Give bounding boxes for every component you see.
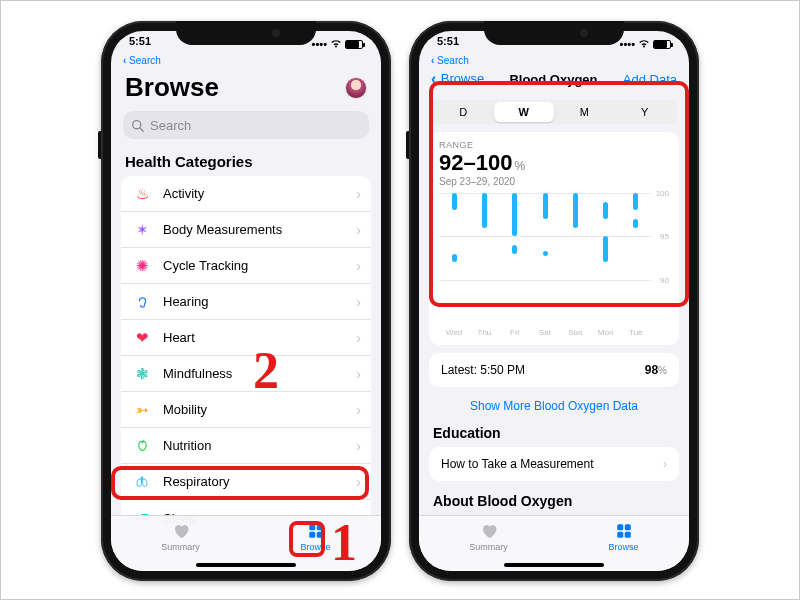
svg-rect-11 <box>624 524 630 530</box>
search-input[interactable]: Search <box>123 111 369 139</box>
ear-icon <box>131 294 153 309</box>
chevron-right-icon: › <box>356 402 361 418</box>
category-heart[interactable]: ❤Heart› <box>121 320 371 356</box>
seg-year[interactable]: Y <box>615 102 676 122</box>
mobility-icon: ➳ <box>131 401 153 419</box>
tab-summary[interactable]: Summary <box>469 522 508 552</box>
home-indicator[interactable] <box>504 563 604 567</box>
health-categories-title: Health Categories <box>111 149 381 176</box>
category-activity[interactable]: ♨Activity› <box>121 176 371 212</box>
wifi-icon <box>638 38 650 50</box>
date-range: Sep 23–29, 2020 <box>439 176 669 187</box>
cycle-icon: ✺ <box>131 257 153 275</box>
education-title: Education <box>419 425 689 447</box>
body-icon: ✶ <box>131 221 153 239</box>
search-placeholder: Search <box>150 118 191 133</box>
home-indicator[interactable] <box>196 563 296 567</box>
status-bar: 5:51 •••• <box>111 35 381 53</box>
phone-right-blood-oxygen: 5:51 •••• Search Browse Blood Oxygen Add… <box>409 21 699 581</box>
category-body-measurements[interactable]: ✶Body Measurements› <box>121 212 371 248</box>
category-mobility[interactable]: ➳Mobility› <box>121 392 371 428</box>
heart-icon: ❤ <box>131 329 153 347</box>
chevron-right-icon: › <box>356 294 361 310</box>
tab-browse[interactable]: Browse <box>301 522 331 552</box>
heart-outline-icon <box>171 522 191 540</box>
category-cycle-tracking[interactable]: ✺Cycle Tracking› <box>121 248 371 284</box>
add-data-button[interactable]: Add Data <box>623 72 677 87</box>
chart-area[interactable]: 1009590WedThuFriSatSunMonTue <box>439 193 669 323</box>
svg-rect-10 <box>617 524 623 530</box>
grid-icon <box>306 522 326 540</box>
seg-month[interactable]: M <box>554 102 615 122</box>
svg-rect-7 <box>316 524 322 530</box>
signal-icon: •••• <box>312 38 327 50</box>
nav-title: Blood Oxygen <box>509 72 597 87</box>
svg-rect-9 <box>316 532 322 538</box>
status-time: 5:51 <box>129 35 151 53</box>
phone-left-browse: 5:51 •••• Search Browse Search Health Ca… <box>101 21 391 581</box>
mindfulness-icon: ❃ <box>131 365 153 383</box>
back-to-search[interactable]: Search <box>111 53 381 66</box>
show-more-link[interactable]: Show More Blood Oxygen Data <box>419 399 689 413</box>
status-time: 5:51 <box>437 35 459 53</box>
chevron-right-icon: › <box>356 438 361 454</box>
seg-week[interactable]: W <box>494 102 555 122</box>
chevron-right-icon: › <box>356 330 361 346</box>
latest-reading[interactable]: Latest: 5:50 PM 98% <box>429 353 679 387</box>
profile-avatar[interactable] <box>345 77 367 99</box>
chevron-right-icon: › <box>356 258 361 274</box>
search-icon <box>131 119 144 132</box>
range-value: 92–100 % <box>439 150 669 176</box>
category-mindfulness[interactable]: ❃Mindfulness› <box>121 356 371 392</box>
battery-icon <box>345 40 363 49</box>
svg-rect-6 <box>309 524 315 530</box>
signal-icon: •••• <box>620 38 635 50</box>
chevron-right-icon: › <box>356 366 361 382</box>
tab-summary[interactable]: Summary <box>161 522 200 552</box>
tab-browse[interactable]: Browse <box>609 522 639 552</box>
lungs-icon <box>131 474 153 489</box>
range-label: RANGE <box>439 140 669 150</box>
latest-label: Latest: 5:50 PM <box>441 363 525 377</box>
svg-line-1 <box>140 127 143 130</box>
nav-bar: Browse Blood Oxygen Add Data <box>419 66 689 94</box>
chevron-right-icon: › <box>663 457 667 471</box>
back-button[interactable]: Browse <box>431 70 484 88</box>
education-row[interactable]: How to Take a Measurement › <box>429 447 679 481</box>
chevron-right-icon: › <box>356 186 361 202</box>
svg-rect-13 <box>624 532 630 538</box>
svg-rect-8 <box>309 532 315 538</box>
seg-day[interactable]: D <box>433 102 494 122</box>
blood-oxygen-chart: RANGE 92–100 % Sep 23–29, 2020 1009590We… <box>429 132 679 345</box>
apple-icon <box>131 438 153 453</box>
grid-icon <box>614 522 634 540</box>
svg-rect-12 <box>617 532 623 538</box>
category-hearing[interactable]: Hearing› <box>121 284 371 320</box>
page-title: Browse <box>125 72 219 103</box>
wifi-icon <box>330 38 342 50</box>
battery-icon <box>653 40 671 49</box>
status-bar: 5:51 •••• <box>419 35 689 53</box>
back-to-search[interactable]: Search <box>419 53 689 66</box>
category-respiratory[interactable]: Respiratory› <box>121 464 371 500</box>
chevron-right-icon: › <box>356 474 361 490</box>
about-title: About Blood Oxygen <box>419 493 689 509</box>
time-range-segmented[interactable]: D W M Y <box>431 100 677 124</box>
category-nutrition[interactable]: Nutrition› <box>121 428 371 464</box>
flame-icon: ♨ <box>131 185 153 203</box>
chevron-right-icon: › <box>356 222 361 238</box>
category-list: ♨Activity› ✶Body Measurements› ✺Cycle Tr… <box>121 176 371 536</box>
heart-outline-icon <box>479 522 499 540</box>
